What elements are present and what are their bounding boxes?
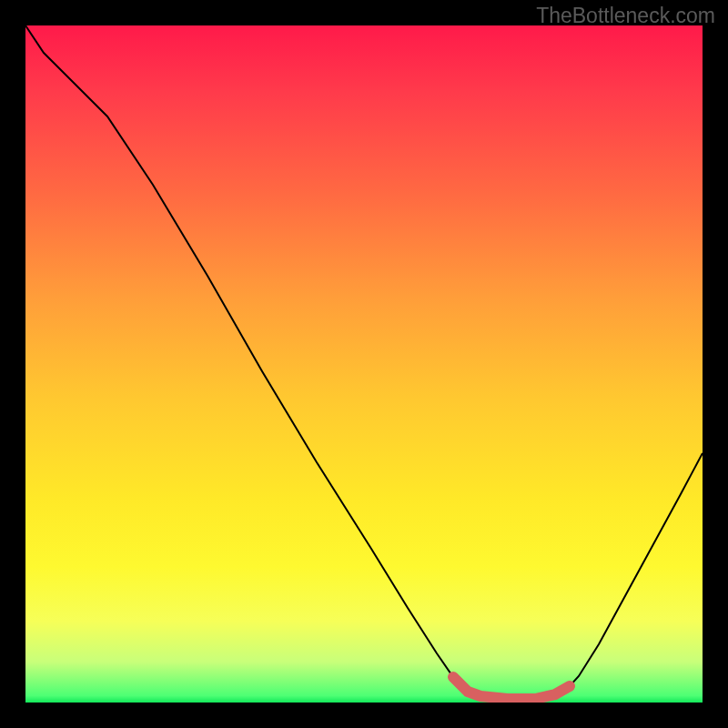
watermark-text: TheBottleneck.com [536,4,715,28]
chart-plot-area [25,25,703,703]
curve-svg [25,25,703,703]
optimal-range-highlight [453,677,570,699]
bottleneck-curve [25,25,703,699]
